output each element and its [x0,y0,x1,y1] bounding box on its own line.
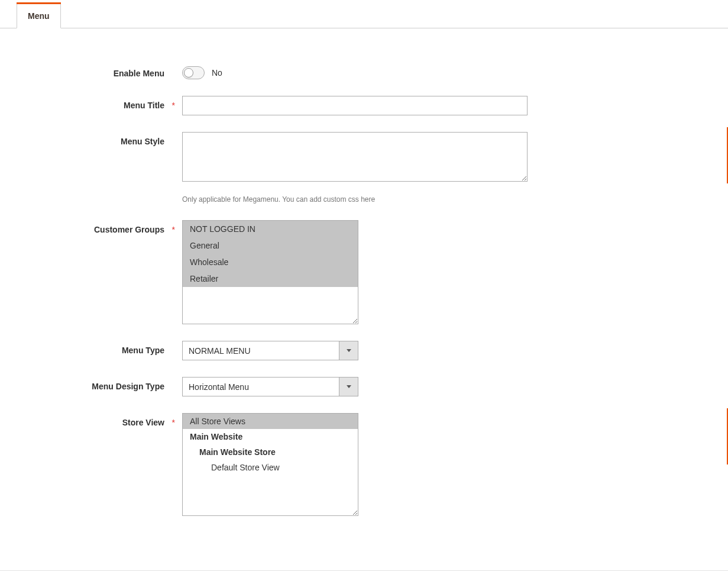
menu-type-dropdown-button[interactable] [339,341,358,360]
menu-design-type-dropdown-button[interactable] [339,378,358,396]
label-store-view: Store View [0,413,182,427]
menu-design-type-select[interactable]: Horizontal Menu [182,377,358,396]
menu-type-selected: NORMAL MENU [183,341,339,360]
enable-menu-value: No [212,68,222,78]
tab-active-indicator [17,2,61,4]
store-view-option[interactable]: Default Store View [183,460,358,475]
control-menu-design-type: Horizontal Menu [182,377,358,396]
control-menu-style: Only applicable for Megamenu. You can ad… [182,132,528,204]
customer-group-option[interactable]: Retailer [183,270,358,287]
label-menu-style: Menu Style [0,132,182,146]
menu-style-note: Only applicable for Megamenu. You can ad… [182,195,528,204]
store-view-multiselect[interactable]: All Store Views Main Website Main Websit… [182,413,358,516]
tabs-bar: Menu [0,0,728,28]
page: Menu Enable Menu No Menu Title Menu Styl… [0,0,728,571]
control-customer-groups: NOT LOGGED IN General Wholesale Retailer [182,220,358,324]
label-customer-groups: Customer Groups [0,220,182,234]
field-menu-design-type: Menu Design Type Horizontal Menu [0,377,728,396]
customer-group-option[interactable]: General [183,237,358,254]
customer-groups-multiselect[interactable]: NOT LOGGED IN General Wholesale Retailer [182,220,358,324]
customer-group-option[interactable]: NOT LOGGED IN [183,221,358,237]
tab-label: Menu [28,11,50,21]
tab-menu[interactable]: Menu [17,2,61,28]
menu-style-textarea[interactable] [182,132,528,182]
control-store-view: All Store Views Main Website Main Websit… [182,413,358,516]
toggle-knob [184,68,193,78]
customer-group-option[interactable]: Wholesale [183,254,358,270]
chevron-down-icon [347,349,351,352]
control-menu-type: NORMAL MENU [182,341,358,360]
field-store-view: Store View All Store Views Main Website … [0,413,728,516]
enable-menu-toggle[interactable] [182,66,205,79]
label-menu-design-type: Menu Design Type [0,377,182,391]
control-menu-title [182,96,528,115]
menu-design-type-selected: Horizontal Menu [183,378,339,396]
control-enable-menu: No [182,64,222,79]
form: Enable Menu No Menu Title Menu Style Onl… [0,28,728,556]
field-enable-menu: Enable Menu No [0,64,728,79]
chevron-down-icon [347,385,351,388]
label-menu-type: Menu Type [0,341,182,355]
field-menu-type: Menu Type NORMAL MENU [0,341,728,360]
field-menu-title: Menu Title [0,96,728,115]
label-menu-title: Menu Title [0,96,182,110]
menu-title-input[interactable] [182,96,528,115]
store-view-option[interactable]: All Store Views [183,414,358,429]
label-enable-menu: Enable Menu [0,64,182,78]
field-customer-groups: Customer Groups NOT LOGGED IN General Wh… [0,220,728,324]
field-menu-style: Menu Style Only applicable for Megamenu.… [0,132,728,204]
menu-type-select[interactable]: NORMAL MENU [182,341,358,360]
store-view-option[interactable]: Main Website Store [183,444,358,460]
store-view-option[interactable]: Main Website [183,429,358,444]
